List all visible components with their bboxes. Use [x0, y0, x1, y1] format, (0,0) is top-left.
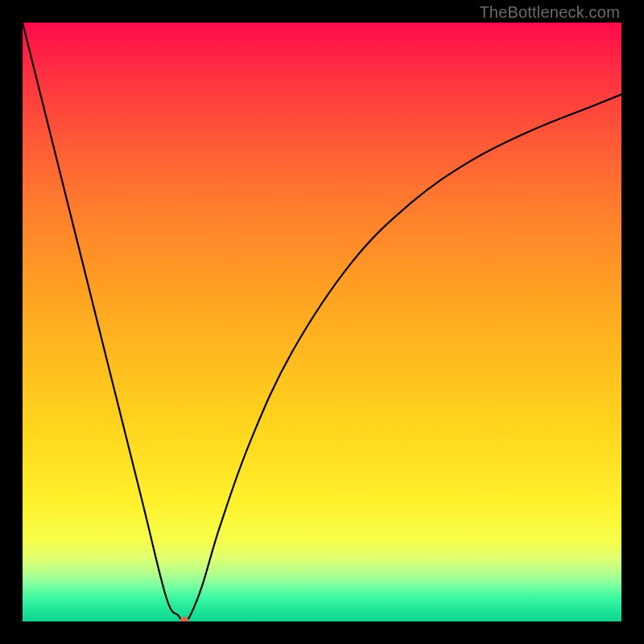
bottleneck-curve: [23, 23, 621, 621]
watermark-text: TheBottleneck.com: [479, 3, 620, 22]
optimal-point-marker: [180, 617, 189, 621]
plot-area: [23, 23, 621, 621]
chart-frame: TheBottleneck.com: [0, 0, 644, 644]
